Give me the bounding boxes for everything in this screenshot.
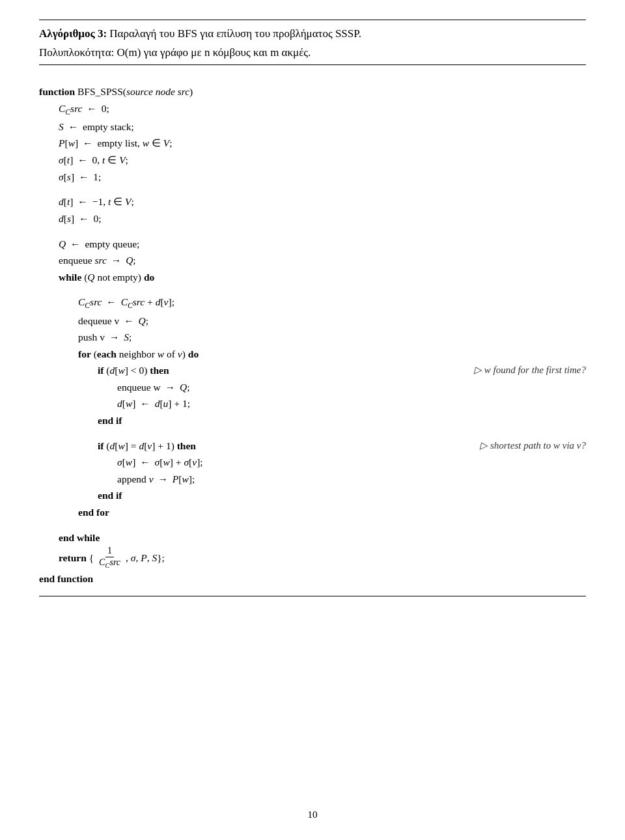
- line-if-shortest: if (d[w] = d[v] + 1) then ▷ shortest pat…: [39, 438, 586, 455]
- line-for: for (each neighbor w of v) do: [39, 346, 586, 363]
- line-d-t-init: d[t] ← −1, t ∈ V;: [39, 193, 586, 210]
- line-end-for: end for: [39, 504, 586, 521]
- line-enqueue-src: enqueue src → Q;: [39, 252, 586, 269]
- code-block: function BFS_SPSS(source node src) CCsrc…: [39, 83, 586, 587]
- comment-w-found: ▷ w found for the first time?: [474, 362, 586, 378]
- line-cc-update: CCsrc ← CCsrc + d[v];: [39, 294, 586, 312]
- complexity-line: Πολυπλοκότητα: O(m) για γράφο με n κόμβο…: [39, 44, 586, 61]
- line-push: push v → S;: [39, 329, 586, 346]
- line-end-while: end while: [39, 529, 586, 546]
- line-d-s-init: d[s] ← 0;: [39, 210, 586, 227]
- line-p-init: P[w] ← empty list, w ∈ V;: [39, 135, 586, 152]
- line-sigma-s-init: σ[s] ← 1;: [39, 169, 586, 186]
- comment-shortest-path: ▷ shortest path to w via v?: [480, 438, 586, 454]
- line-append: append v → P[w];: [39, 471, 586, 488]
- line-d-w-update: d[w] ← d[u] + 1;: [39, 395, 586, 412]
- page: Αλγόριθμος 3: Παραλαγή του BFS για επίλυ…: [0, 0, 625, 840]
- line-function-def: function BFS_SPSS(source node src): [39, 83, 586, 100]
- line-q-init: Q ← empty queue;: [39, 236, 586, 253]
- page-number: 10: [308, 809, 318, 820]
- algo-title-text: Παραλαγή του BFS για επίλυση του προβλήμ…: [109, 27, 361, 40]
- line-cc-init: CCsrc ← 0;: [39, 100, 586, 119]
- fraction-1-over-ccsrc: 1 CCsrc: [97, 546, 122, 570]
- complexity-label: Πολυπλοκότητα:: [39, 46, 114, 59]
- line-end-if-2: end if: [39, 487, 586, 504]
- line-return: return { 1 CCsrc , σ, P, S};: [39, 546, 586, 570]
- line-while: while (Q not empty) do: [39, 269, 586, 286]
- algo-header: Αλγόριθμος 3: Παραλαγή του BFS για επίλυ…: [39, 20, 586, 65]
- line-sigma-update: σ[w] ← σ[w] + σ[v];: [39, 454, 586, 471]
- line-enqueue-w: enqueue w → Q;: [39, 379, 586, 396]
- line-s-init: S ← empty stack;: [39, 119, 586, 135]
- line-if-d-w: if (d[w] < 0) then ▷ w found for the fir…: [39, 362, 586, 379]
- line-end-function: end function: [39, 570, 586, 587]
- algo-label: Αλγόριθμος 3:: [39, 27, 107, 40]
- algo-body: function BFS_SPSS(source node src) CCsrc…: [39, 77, 586, 596]
- algo-title: Αλγόριθμος 3: Παραλαγή του BFS για επίλυ…: [39, 25, 586, 42]
- line-end-if-1: end if: [39, 412, 586, 429]
- line-sigma-t-init: σ[t] ← 0, t ∈ V;: [39, 152, 586, 169]
- complexity-text: O(m) για γράφο με n κόμβους και m ακμές.: [117, 46, 311, 59]
- line-dequeue: dequeue v ← Q;: [39, 313, 586, 329]
